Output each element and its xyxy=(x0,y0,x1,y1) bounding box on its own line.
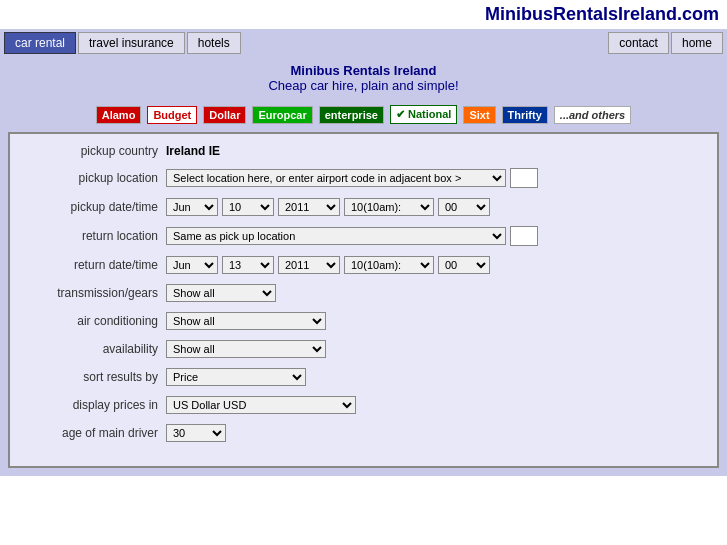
availability-control: Show all xyxy=(166,340,701,358)
tagline: Minibus Rentals Ireland Cheap car hire, … xyxy=(0,57,727,97)
pickup-min-select[interactable]: 00 xyxy=(438,198,490,216)
ac-label: air conditioning xyxy=(26,314,166,328)
pickup-country-label: pickup country xyxy=(26,144,166,158)
sort-row: sort results by Price xyxy=(26,368,701,386)
currency-control: US Dollar USD xyxy=(166,396,701,414)
return-year-select[interactable]: 2011 xyxy=(278,256,340,274)
nav-left: car rental travel insurance hotels xyxy=(4,32,241,54)
currency-label: display prices in xyxy=(26,398,166,412)
pickup-country-value: Ireland IE xyxy=(166,144,220,158)
pickup-time-select[interactable]: 10(10am): xyxy=(344,198,434,216)
pickup-country-control: Ireland IE xyxy=(166,144,701,158)
age-row: age of main driver 30 xyxy=(26,424,701,442)
return-min-select[interactable]: 00 xyxy=(438,256,490,274)
ac-row: air conditioning Show all xyxy=(26,312,701,330)
pickup-country-row: pickup country Ireland IE xyxy=(26,144,701,158)
sort-control: Price xyxy=(166,368,701,386)
pickup-location-control: Select location here, or enter airport c… xyxy=(166,168,701,188)
availability-label: availability xyxy=(26,342,166,356)
nav-travel-insurance[interactable]: travel insurance xyxy=(78,32,185,54)
return-location-select[interactable]: Same as pick up location xyxy=(166,227,506,245)
transmission-label: transmission/gears xyxy=(26,286,166,300)
return-location-row: return location Same as pick up location xyxy=(26,226,701,246)
currency-row: display prices in US Dollar USD xyxy=(26,396,701,414)
pickup-location-label: pickup location xyxy=(26,171,166,185)
sort-label: sort results by xyxy=(26,370,166,384)
pickup-date-control: Jun 10 2011 10(10am): 00 xyxy=(166,198,701,216)
form-box: pickup country Ireland IE pickup locatio… xyxy=(8,132,719,468)
logo-others: ...and others xyxy=(554,106,631,124)
pickup-location-row: pickup location Select location here, or… xyxy=(26,168,701,188)
logo-national[interactable]: ✔ National xyxy=(390,105,457,124)
pickup-date-label: pickup date/time xyxy=(26,200,166,214)
logo-thrifty[interactable]: Thrifty xyxy=(502,106,548,124)
pickup-month-select[interactable]: Jun xyxy=(166,198,218,216)
return-date-control: Jun 13 2011 10(10am): 00 xyxy=(166,256,701,274)
nav-contact[interactable]: contact xyxy=(608,32,669,54)
nav-bar: car rental travel insurance hotels conta… xyxy=(0,29,727,57)
nav-home[interactable]: home xyxy=(671,32,723,54)
pickup-location-select[interactable]: Select location here, or enter airport c… xyxy=(166,169,506,187)
return-date-label: return date/time xyxy=(26,258,166,272)
ac-control: Show all xyxy=(166,312,701,330)
return-month-select[interactable]: Jun xyxy=(166,256,218,274)
age-label: age of main driver xyxy=(26,426,166,440)
pickup-date-row: pickup date/time Jun 10 2011 10(10am): 0… xyxy=(26,198,701,216)
return-date-row: return date/time Jun 13 2011 10(10am): 0… xyxy=(26,256,701,274)
return-day-select[interactable]: 13 xyxy=(222,256,274,274)
pickup-year-select[interactable]: 2011 xyxy=(278,198,340,216)
logo-enterprise[interactable]: enterprise xyxy=(319,106,384,124)
transmission-control: Show all xyxy=(166,284,701,302)
age-select[interactable]: 30 xyxy=(166,424,226,442)
tagline-line1: Minibus Rentals Ireland xyxy=(0,63,727,78)
return-location-control: Same as pick up location xyxy=(166,226,701,246)
logo-sixt[interactable]: Sixt xyxy=(463,106,495,124)
site-title: MinibusRentalsIreland.com xyxy=(0,0,727,29)
return-time-select[interactable]: 10(10am): xyxy=(344,256,434,274)
transmission-select[interactable]: Show all xyxy=(166,284,276,302)
availability-row: availability Show all xyxy=(26,340,701,358)
age-control: 30 xyxy=(166,424,701,442)
return-location-code-box[interactable] xyxy=(510,226,538,246)
availability-select[interactable]: Show all xyxy=(166,340,326,358)
logo-europcar[interactable]: Europcar xyxy=(252,106,312,124)
logo-dollar[interactable]: Dollar xyxy=(203,106,246,124)
tagline-line2: Cheap car hire, plain and simple! xyxy=(0,78,727,93)
return-location-label: return location xyxy=(26,229,166,243)
pickup-location-code-box[interactable] xyxy=(510,168,538,188)
logos-bar: Alamo Budget Dollar Europcar enterprise … xyxy=(0,97,727,132)
transmission-row: transmission/gears Show all xyxy=(26,284,701,302)
nav-hotels[interactable]: hotels xyxy=(187,32,241,54)
main-area: pickup country Ireland IE pickup locatio… xyxy=(0,132,727,476)
pickup-day-select[interactable]: 10 xyxy=(222,198,274,216)
ac-select[interactable]: Show all xyxy=(166,312,326,330)
logo-budget[interactable]: Budget xyxy=(147,106,197,124)
nav-car-rental[interactable]: car rental xyxy=(4,32,76,54)
currency-select[interactable]: US Dollar USD xyxy=(166,396,356,414)
nav-right: contact home xyxy=(608,32,723,54)
logo-alamo[interactable]: Alamo xyxy=(96,106,142,124)
sort-select[interactable]: Price xyxy=(166,368,306,386)
